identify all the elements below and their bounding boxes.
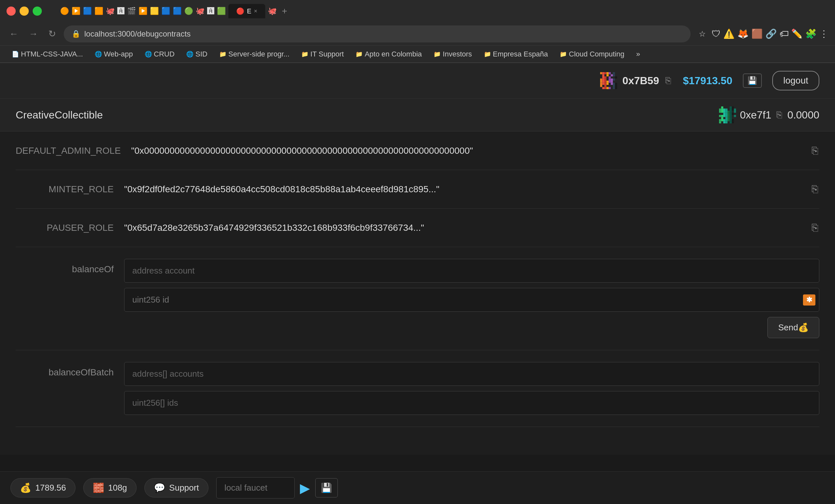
- bookmark-webapp-label: Web-app: [104, 50, 133, 59]
- gas-stat-value: 108g: [108, 483, 127, 493]
- function-inputs-balance-of-batch: [124, 362, 819, 415]
- balance-of-id-input[interactable]: [124, 288, 819, 312]
- bookmark-it-icon: 📁: [301, 50, 308, 58]
- bookmark-investors-label: Investors: [443, 50, 472, 59]
- bookmark-webapp[interactable]: 🌐 Web-app: [89, 48, 138, 60]
- bookmark-empresa-label: Empresa España: [493, 50, 548, 59]
- balance-of-address-input[interactable]: [124, 259, 819, 283]
- address-bar[interactable]: 🔒 localhost:3000/debugcontracts: [64, 25, 691, 42]
- contract-wallet: 0xe7f1 ⎘ 0.0000: [719, 106, 819, 123]
- bookmark-empresa[interactable]: 📁 Empresa España: [478, 48, 553, 60]
- role-name-pauser: PAUSER_ROLE: [16, 223, 114, 233]
- active-tab[interactable]: 🔴 E ×: [228, 4, 265, 18]
- bookmark-cloud-label: Cloud Computing: [569, 50, 624, 59]
- bookmark-server-icon: 📁: [219, 50, 226, 58]
- bookmark-cloud-icon: 📁: [559, 50, 567, 58]
- bookmark-webapp-icon: 🌐: [95, 50, 102, 58]
- new-tab-button[interactable]: +: [282, 6, 287, 16]
- contract-header: CreativeCollectible 0xe7f1 ⎘ 0.0000: [0, 99, 835, 131]
- link-icon[interactable]: 🔗: [766, 28, 777, 39]
- logout-button[interactable]: logout: [772, 71, 819, 90]
- faucet-send-button[interactable]: ▶: [300, 481, 310, 496]
- bookmark-html-icon: 📄: [12, 50, 19, 58]
- stat-balance[interactable]: 💰 1789.56: [11, 478, 76, 498]
- copy-minter-button[interactable]: ⎘: [811, 182, 819, 196]
- balance-of-id-wrapper: ✱: [124, 288, 819, 312]
- stat-gas[interactable]: 🧱 108g: [83, 478, 137, 498]
- bookmark-apto[interactable]: 📁 Apto en Colombia: [350, 48, 427, 60]
- copy-pauser-button[interactable]: ⎘: [811, 220, 819, 235]
- bookmark-it[interactable]: 📁 IT Support: [296, 48, 349, 60]
- bookmark-crud[interactable]: 🌐 CRUD: [140, 48, 180, 60]
- maximize-button[interactable]: [33, 6, 42, 16]
- alert-icon[interactable]: ⚠️: [723, 28, 735, 39]
- role-name-minter: MINTER_ROLE: [16, 184, 114, 194]
- balance-of-batch-accounts-input[interactable]: [124, 362, 819, 386]
- back-button[interactable]: ←: [6, 26, 21, 42]
- fox-icon[interactable]: 🦊: [737, 28, 749, 39]
- minimize-button[interactable]: [20, 6, 29, 16]
- bookmarks-bar: 📄 HTML-CSS-JAVA... 🌐 Web-app 🌐 CRUD 🌐 SI…: [0, 46, 835, 63]
- bookmark-it-label: IT Support: [310, 50, 344, 59]
- wallet-avatar: [600, 72, 617, 89]
- bookmark-cloud[interactable]: 📁 Cloud Computing: [554, 48, 630, 60]
- cube-icon[interactable]: 🟫: [751, 28, 763, 39]
- forward-button[interactable]: →: [26, 26, 41, 42]
- bookmark-sid-label: SID: [195, 50, 207, 59]
- support-stat-icon: 💬: [154, 482, 165, 493]
- menu-icon[interactable]: ⋮: [819, 28, 829, 39]
- brave-icon[interactable]: 🛡: [712, 28, 721, 39]
- lock-icon: 🔒: [72, 30, 80, 38]
- gas-stat-icon: 🧱: [93, 482, 104, 493]
- bookmark-apto-label: Apto en Colombia: [365, 50, 422, 59]
- bookmark-investors[interactable]: 📁 Investors: [428, 48, 477, 60]
- role-value-pauser: "0x65d7a28e3265b37a6474929f336521b332c16…: [124, 223, 800, 233]
- bookmark-crud-icon: 🌐: [145, 50, 152, 58]
- header-bar: 0x7B59 ⎘ $17913.50 💾 logout: [0, 63, 835, 99]
- bookmark-empresa-icon: 📁: [484, 50, 491, 58]
- bookmark-sid[interactable]: 🌐 SID: [181, 48, 213, 60]
- role-row-minter: MINTER_ROLE "0x9f2df0fed2c77648de5860a4c…: [16, 170, 819, 209]
- bookmark-more-label: »: [636, 50, 640, 59]
- url-text: localhost:3000/debugcontracts: [84, 29, 191, 39]
- nav-bar: ← → ↻ 🔒 localhost:3000/debugcontracts ☆ …: [0, 22, 835, 46]
- puzzle-icon[interactable]: 🧩: [805, 28, 817, 39]
- bookmark-crud-label: CRUD: [154, 50, 175, 59]
- bookmark-server[interactable]: 📁 Server-side progr...: [214, 48, 295, 60]
- roles-section: DEFAULT_ADMIN_ROLE "0x000000000000000000…: [0, 131, 835, 427]
- faucet-save-button[interactable]: 💾: [315, 478, 338, 498]
- nav-icons: ☆ 🛡 ⚠️ 🦊 🟫 🔗 🏷 ✏️ 🧩 ⋮: [696, 27, 829, 41]
- copy-default-admin-button[interactable]: ⎘: [811, 143, 819, 158]
- copy-address-button[interactable]: ⎘: [664, 74, 672, 87]
- function-row-balance-of-batch: balanceOfBatch: [16, 350, 819, 427]
- function-inputs-balance-of: ✱ Send💰: [124, 259, 819, 338]
- bookmark-html[interactable]: 📄 HTML-CSS-JAVA...: [6, 48, 88, 60]
- balance-stat-value: 1789.56: [35, 483, 66, 493]
- role-row-default-admin: DEFAULT_ADMIN_ROLE "0x000000000000000000…: [16, 131, 819, 170]
- role-name-default-admin: DEFAULT_ADMIN_ROLE: [16, 146, 121, 156]
- faucet-input[interactable]: [216, 477, 295, 499]
- contract-address: 0xe7f1: [740, 109, 771, 121]
- reload-button[interactable]: ↻: [46, 26, 59, 42]
- star-icon[interactable]: ☆: [696, 27, 709, 41]
- stat-support[interactable]: 💬 Support: [144, 478, 208, 498]
- bookmark-sid-icon: 🌐: [186, 50, 194, 58]
- balance-stat-icon: 💰: [20, 482, 32, 493]
- save-wallet-button[interactable]: 💾: [743, 74, 762, 88]
- copy-contract-address-button[interactable]: ⎘: [775, 108, 783, 122]
- role-row-pauser: PAUSER_ROLE "0x65d7a28e3265b37a6474929f3…: [16, 209, 819, 247]
- tab-close-icon[interactable]: ×: [254, 8, 258, 15]
- content-inner: 0x7B59 ⎘ $17913.50 💾 logout CreativeColl…: [0, 63, 835, 455]
- bookmark-more[interactable]: »: [631, 48, 645, 60]
- balance-of-id-badge: ✱: [803, 294, 815, 306]
- balance-of-batch-ids-input[interactable]: [124, 391, 819, 415]
- title-bar: 🟠 ▶️ 🟦 🟧 🐙 🅰 🎬 ▶️ 🟨 🟦 🟦 🟢 🐙 🅰 🟩 🔴 E × 🐙 …: [0, 0, 835, 22]
- badge-icon[interactable]: 🏷: [779, 28, 789, 39]
- faucet-area: ▶ 💾: [216, 477, 824, 499]
- contract-name: CreativeCollectible: [16, 109, 709, 121]
- function-name-balance-of-batch: balanceOfBatch: [16, 362, 114, 378]
- pen-icon[interactable]: ✏️: [791, 28, 803, 39]
- close-button[interactable]: [6, 6, 16, 16]
- balance-of-send-button[interactable]: Send💰: [767, 317, 819, 338]
- content-scroll[interactable]: 0x7B59 ⎘ $17913.50 💾 logout CreativeColl…: [0, 63, 835, 455]
